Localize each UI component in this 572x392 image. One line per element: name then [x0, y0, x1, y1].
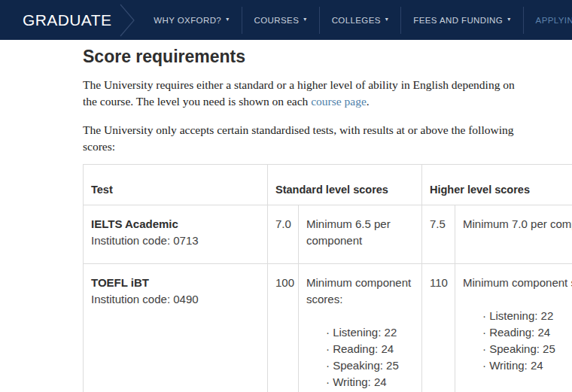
component-item: Reading: 24	[482, 324, 572, 341]
nav-item-courses[interactable]: COURSES ▾	[242, 7, 319, 34]
intro-paragraph-1: The University requires either a standar…	[83, 77, 523, 110]
top-navigation-bar: GRADUATE WHY OXFORD? ▾ COURSES ▾ COLLEGE…	[0, 0, 572, 40]
table-row-ielts: IELTS Academic Institution code: 0713 7.…	[84, 205, 572, 264]
institution-code: Institution code: 0713	[91, 232, 260, 249]
higher-score-cell: 110	[422, 264, 455, 392]
chevron-down-icon: ▾	[507, 16, 510, 23]
score-requirements-table: Test Standard level scores Higher level …	[83, 164, 572, 392]
component-scores-label: Minimum component scores:	[463, 276, 572, 289]
standard-component-list: Listening: 22 Reading: 24 Speaking: 25 W…	[306, 324, 414, 390]
nav-item-label: APPLYING TO OXFORD	[536, 16, 572, 25]
breadcrumb-chevron-icon	[119, 3, 137, 38]
column-header-higher-level: Higher level scores	[422, 165, 572, 205]
nav-item-label: FEES AND FUNDING	[413, 16, 503, 25]
nav-item-label: WHY OXFORD?	[154, 16, 221, 25]
table-row-toefl: TOEFL iBT Institution code: 0490 100 Min…	[84, 264, 572, 392]
column-header-test: Test	[84, 165, 268, 205]
component-scores-label: Minimum component scores:	[306, 276, 411, 305]
test-cell: IELTS Academic Institution code: 0713	[84, 205, 268, 264]
graduate-brand[interactable]: GRADUATE	[23, 11, 111, 29]
component-item: Listening: 22	[482, 308, 572, 324]
standard-score-cell: 100	[268, 264, 299, 392]
nav-menu: WHY OXFORD? ▾ COURSES ▾ COLLEGES ▾ FEES …	[141, 0, 572, 40]
component-item: Reading: 24	[326, 341, 414, 357]
institution-code: Institution code: 0490	[91, 291, 260, 308]
table-header-row: Test Standard level scores Higher level …	[84, 165, 572, 205]
test-cell: TOEFL iBT Institution code: 0490	[84, 264, 268, 392]
column-header-standard-level: Standard level scores	[268, 165, 422, 205]
chevron-down-icon: ▾	[226, 16, 229, 23]
higher-component-list: Listening: 22 Reading: 24 Speaking: 25 W…	[463, 308, 572, 374]
component-item: Speaking: 25	[326, 357, 414, 374]
intro-text: The University requires either a standar…	[83, 78, 515, 108]
component-item: Listening: 22	[326, 324, 414, 341]
component-item: Writing: 24	[482, 357, 572, 374]
higher-score-cell: 7.5	[422, 205, 455, 264]
nav-item-label: COLLEGES	[332, 16, 381, 25]
higher-detail-cell: Minimum component scores: Listening: 22 …	[455, 264, 572, 392]
nav-item-label: COURSES	[254, 16, 300, 25]
intro-text-period: .	[367, 95, 370, 108]
standard-score-cell: 7.0	[268, 205, 299, 264]
standard-detail-cell: Minimum component scores: Listening: 22 …	[299, 264, 422, 392]
chevron-down-icon: ▾	[303, 16, 306, 23]
standard-detail-cell: Minimum 6.5 per component	[299, 205, 422, 264]
page-title: Score requirements	[83, 47, 572, 66]
higher-detail-cell: Minimum 7.0 per component	[455, 205, 572, 264]
component-item: Speaking: 25	[482, 341, 572, 357]
nav-item-colleges[interactable]: COLLEGES ▾	[319, 7, 401, 34]
nav-item-why-oxford[interactable]: WHY OXFORD? ▾	[141, 7, 241, 34]
test-name: IELTS Academic	[91, 216, 260, 232]
chevron-down-icon: ▾	[385, 16, 388, 23]
course-page-link[interactable]: course page	[311, 95, 367, 108]
main-content: Score requirements The University requir…	[0, 47, 572, 392]
intro-paragraph-2: The University only accepts certain stan…	[83, 122, 523, 155]
nav-item-applying-to-oxford[interactable]: APPLYING TO OXFORD ▾	[523, 7, 572, 34]
test-name: TOEFL iBT	[91, 275, 260, 291]
nav-item-fees-and-funding[interactable]: FEES AND FUNDING ▾	[400, 7, 522, 34]
component-item: Writing: 24	[326, 374, 414, 390]
